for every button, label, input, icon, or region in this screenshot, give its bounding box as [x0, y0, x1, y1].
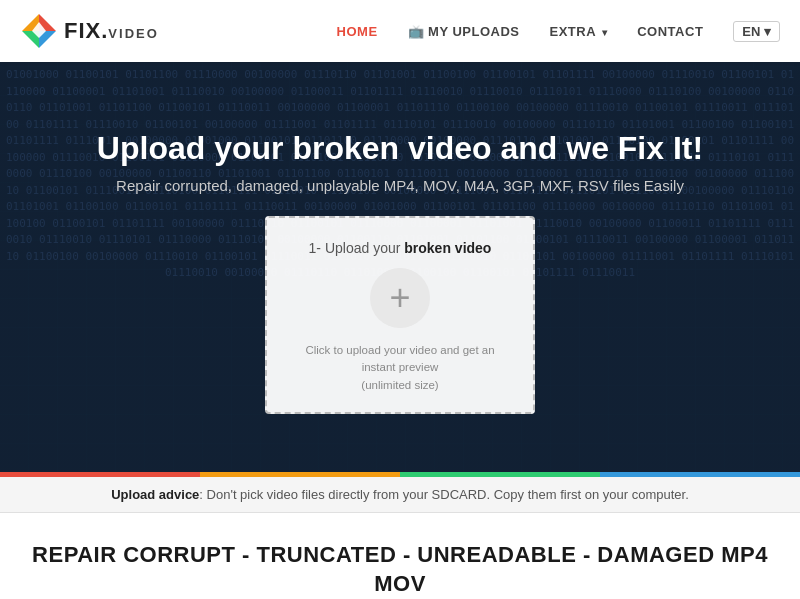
- hero-section: 01001000 01100101 01101100 01110000 0010…: [0, 62, 800, 472]
- nav-item-uploads[interactable]: 📺MY UPLOADS: [408, 22, 520, 40]
- upload-label: 1- Upload your broken video: [309, 240, 492, 256]
- logo-icon: [20, 12, 58, 50]
- hero-subtitle: Repair corrupted, damaged, unplayable MP…: [116, 177, 684, 194]
- advice-bold: Upload advice: [111, 487, 199, 502]
- features-section: REPAIR CORRUPT - TRUNCATED - UNREADABLE …: [0, 513, 800, 599]
- hero-heading: Upload your broken video and we Fix It!: [97, 130, 703, 167]
- logo-fix: FIX.: [64, 18, 108, 43]
- chevron-down-icon: ▾: [602, 27, 608, 38]
- advice-text: : Don't pick video files directly from y…: [199, 487, 688, 502]
- nav-menu: HOME 📺MY UPLOADS EXTRA ▾ CONTACT EN ▾: [337, 22, 780, 40]
- logo[interactable]: FIX.VIDEO: [20, 12, 159, 50]
- upload-box[interactable]: 1- Upload your broken video + Click to u…: [265, 216, 535, 414]
- navbar: FIX.VIDEO HOME 📺MY UPLOADS EXTRA ▾ CONTA…: [0, 0, 800, 62]
- plus-icon: +: [389, 280, 410, 316]
- nav-item-extra[interactable]: EXTRA ▾: [550, 22, 608, 40]
- upload-bold: broken video: [404, 240, 491, 256]
- nav-item-home[interactable]: HOME: [337, 22, 378, 40]
- lang-arrow-icon: ▾: [764, 24, 771, 39]
- nav-item-contact[interactable]: CONTACT: [637, 22, 703, 40]
- logo-video: VIDEO: [108, 26, 158, 41]
- nav-item-lang[interactable]: EN ▾: [733, 22, 780, 40]
- advice-bar: Upload advice: Don't pick video files di…: [0, 477, 800, 513]
- features-heading: REPAIR CORRUPT - TRUNCATED - UNREADABLE …: [30, 541, 770, 599]
- uploads-icon: 📺: [408, 24, 425, 39]
- upload-hint: Click to upload your video and get an in…: [287, 342, 513, 394]
- upload-plus-button[interactable]: +: [370, 268, 430, 328]
- features-heading-line1: REPAIR CORRUPT - TRUNCATED - UNREADABLE …: [32, 542, 768, 596]
